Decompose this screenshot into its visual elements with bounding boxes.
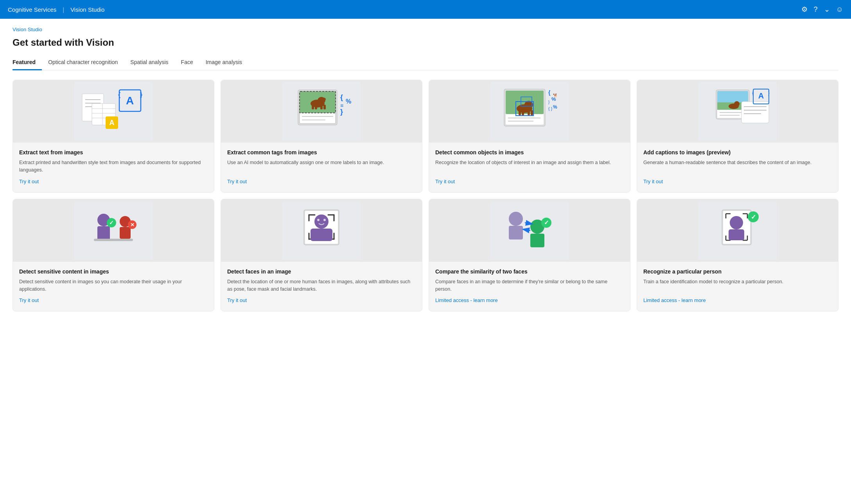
breadcrumb[interactable]: Vision Studio bbox=[13, 27, 838, 32]
card-detect-sensitive-link[interactable]: Try it out bbox=[19, 297, 208, 303]
svg-rect-40 bbox=[519, 110, 521, 115]
card-add-captions: A { } Add captions to images (preview) G… bbox=[637, 80, 838, 193]
card-detect-faces-image bbox=[221, 199, 422, 262]
svg-rect-23 bbox=[315, 105, 317, 109]
svg-text:{: { bbox=[548, 89, 551, 96]
card-compare-faces-body: Compare the similarity of two faces Comp… bbox=[429, 268, 630, 304]
card-detect-faces-desc: Detect the location of one or more human… bbox=[227, 278, 416, 293]
svg-text:{: { bbox=[752, 90, 754, 96]
card-recognize-person-link[interactable]: Limited access - learn more bbox=[643, 297, 832, 303]
card-compare-faces-desc: Compare faces in an image to determine i… bbox=[435, 278, 624, 293]
tab-ocr[interactable]: Optical character recognition bbox=[42, 56, 124, 70]
card-detect-faces: Detect faces in an image Detect the loca… bbox=[221, 199, 422, 312]
svg-point-95 bbox=[323, 219, 326, 221]
card-detect-sensitive-body: Detect sensitive content in images Detec… bbox=[13, 268, 214, 304]
card-recognize-person-image: ✓ bbox=[637, 199, 838, 262]
svg-point-97 bbox=[509, 212, 523, 226]
tab-image[interactable]: Image analysis bbox=[199, 56, 248, 70]
card-add-captions-body: Add captions to images (preview) Generat… bbox=[637, 149, 838, 184]
svg-rect-42 bbox=[528, 111, 530, 115]
svg-text:A: A bbox=[110, 119, 115, 127]
card-extract-tags-body: Extract common tags from images Use an A… bbox=[221, 149, 422, 184]
card-detect-objects-title: Detect common objects in images bbox=[435, 149, 624, 156]
card-add-captions-desc: Generate a human-readable sentence that … bbox=[643, 159, 832, 174]
card-detect-sensitive: ✓ ✕ Detect sensitive content in images D… bbox=[13, 199, 214, 312]
card-detect-sensitive-title: Detect sensitive content in images bbox=[19, 268, 208, 275]
tab-featured[interactable]: Featured bbox=[13, 56, 42, 70]
card-detect-objects-body: Detect common objects in images Recogniz… bbox=[429, 149, 630, 184]
svg-text:%: % bbox=[553, 104, 557, 110]
svg-rect-43 bbox=[531, 110, 533, 115]
svg-rect-25 bbox=[323, 105, 326, 109]
svg-text:A: A bbox=[126, 95, 134, 107]
svg-rect-80 bbox=[94, 239, 133, 241]
svg-point-94 bbox=[317, 219, 320, 221]
card-detect-faces-link[interactable]: Try it out bbox=[227, 297, 416, 303]
svg-text:%: % bbox=[551, 96, 556, 102]
card-extract-text-link[interactable]: Try it out bbox=[19, 179, 208, 184]
svg-rect-73 bbox=[97, 226, 110, 240]
card-compare-faces-link[interactable]: Limited access - learn more bbox=[435, 297, 624, 303]
chevron-down-icon[interactable]: ⌄ bbox=[824, 5, 830, 14]
tab-face[interactable]: Face bbox=[175, 56, 199, 70]
header-actions: ⚙ ? ⌄ ☺ bbox=[801, 5, 843, 14]
svg-point-26 bbox=[322, 98, 326, 101]
card-extract-text-title: Extract text from images bbox=[19, 149, 208, 156]
card-extract-tags: { ≡ } % Extract common tags from images … bbox=[221, 80, 422, 193]
card-detect-objects-image: { 🐕 } % { } % bbox=[429, 80, 630, 143]
card-detect-faces-title: Detect faces in an image bbox=[227, 268, 416, 275]
tab-spatial[interactable]: Spatial analysis bbox=[124, 56, 174, 70]
svg-rect-115 bbox=[729, 229, 744, 240]
card-add-captions-image: A { } bbox=[637, 80, 838, 143]
card-extract-tags-link[interactable]: Try it out bbox=[227, 179, 416, 184]
card-detect-faces-body: Detect faces in an image Detect the loca… bbox=[221, 268, 422, 304]
svg-rect-22 bbox=[312, 105, 314, 109]
card-extract-tags-desc: Use an AI model to automatically assign … bbox=[227, 159, 416, 174]
svg-rect-98 bbox=[509, 226, 523, 239]
app-label: Vision Studio bbox=[70, 6, 104, 13]
card-extract-text-image: A { } A bbox=[13, 80, 214, 143]
svg-text:✓: ✓ bbox=[544, 219, 549, 226]
svg-rect-41 bbox=[522, 111, 524, 115]
card-extract-tags-image: { ≡ } % bbox=[221, 80, 422, 143]
svg-text:{ }: { } bbox=[548, 106, 553, 111]
header-brand: Cognitive Services | Vision Studio bbox=[8, 6, 104, 13]
card-compare-faces-title: Compare the similarity of two faces bbox=[435, 268, 624, 275]
card-add-captions-link[interactable]: Try it out bbox=[643, 179, 832, 184]
svg-text:}: } bbox=[768, 90, 770, 96]
svg-point-60 bbox=[734, 101, 740, 107]
svg-text:A: A bbox=[758, 91, 764, 100]
svg-text:✓: ✓ bbox=[751, 214, 756, 220]
user-icon[interactable]: ☺ bbox=[836, 5, 843, 14]
svg-text:✓: ✓ bbox=[109, 220, 114, 226]
svg-text:{: { bbox=[340, 93, 343, 101]
svg-text:}: } bbox=[140, 91, 142, 98]
svg-rect-24 bbox=[320, 105, 323, 109]
page-title: Get started with Vision bbox=[13, 37, 838, 48]
card-detect-sensitive-desc: Detect sensitive content in images so yo… bbox=[19, 278, 208, 293]
card-compare-faces: ✓ Compare the similarity of two faces Co… bbox=[429, 199, 630, 312]
help-icon[interactable]: ? bbox=[814, 5, 818, 14]
card-add-captions-title: Add captions to images (preview) bbox=[643, 149, 832, 156]
main-content: Vision Studio Get started with Vision Fe… bbox=[0, 19, 851, 504]
header: Cognitive Services | Vision Studio ⚙ ? ⌄… bbox=[0, 0, 851, 19]
svg-point-92 bbox=[314, 214, 329, 229]
card-detect-sensitive-image: ✓ ✕ bbox=[13, 199, 214, 262]
svg-text:%: % bbox=[346, 98, 351, 105]
card-detect-objects: { 🐕 } % { } % Detect common objects in i… bbox=[429, 80, 630, 193]
card-extract-tags-title: Extract common tags from images bbox=[227, 149, 416, 156]
svg-rect-93 bbox=[311, 229, 332, 241]
gear-icon[interactable]: ⚙ bbox=[801, 5, 808, 14]
card-detect-objects-desc: Recognize the location of objects of int… bbox=[435, 159, 624, 174]
svg-text:{: { bbox=[118, 91, 120, 98]
card-extract-text-desc: Extract printed and handwritten style te… bbox=[19, 159, 208, 174]
card-recognize-person: ✓ Recognize a particular person Train a … bbox=[637, 199, 838, 312]
cards-row-1: A { } A Extract text from images Extract… bbox=[13, 80, 838, 193]
header-divider: | bbox=[63, 6, 64, 13]
card-recognize-person-body: Recognize a particular person Train a fa… bbox=[637, 268, 838, 304]
svg-text:}: } bbox=[340, 108, 343, 116]
cards-row-2: ✓ ✕ Detect sensitive content in images D… bbox=[13, 199, 838, 312]
card-detect-objects-link[interactable]: Try it out bbox=[435, 179, 624, 184]
card-recognize-person-title: Recognize a particular person bbox=[643, 268, 832, 275]
card-recognize-person-desc: Train a face identification model to rec… bbox=[643, 278, 832, 293]
